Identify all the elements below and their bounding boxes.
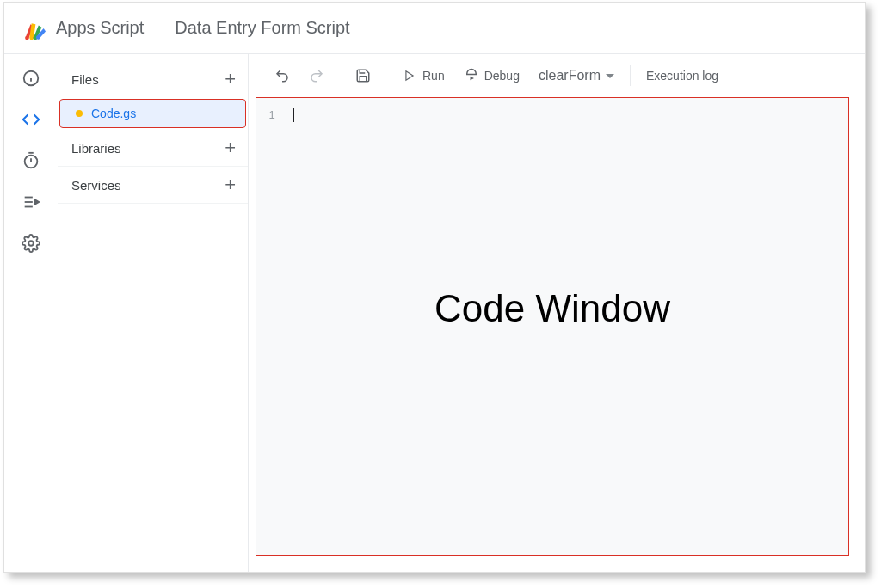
- svg-marker-13: [35, 199, 40, 205]
- triggers-icon[interactable]: [21, 150, 41, 171]
- libraries-section[interactable]: Libraries +: [58, 130, 248, 167]
- execution-log-label: Execution log: [646, 69, 718, 83]
- svg-point-14: [28, 241, 34, 246]
- function-name: clearForm: [539, 68, 601, 83]
- app-header: Apps Script Data Entry Form Script: [4, 3, 865, 54]
- debug-button[interactable]: Debug: [455, 63, 528, 89]
- content-area: Run Debug clearForm Execution log: [249, 54, 865, 572]
- editor-toolbar: Run Debug clearForm Execution log: [249, 54, 865, 97]
- annotation-overlay: Code Window: [434, 287, 670, 330]
- chevron-down-icon: [606, 74, 614, 78]
- add-file-icon[interactable]: +: [225, 70, 236, 89]
- app-name: Apps Script: [56, 18, 144, 38]
- redo-button[interactable]: [300, 63, 333, 89]
- run-label: Run: [422, 69, 445, 83]
- line-gutter: 1: [256, 98, 287, 555]
- save-icon: [355, 68, 371, 83]
- run-button[interactable]: Run: [393, 63, 453, 89]
- left-rail: [4, 54, 58, 572]
- debug-icon: [464, 68, 479, 83]
- project-title[interactable]: Data Entry Form Script: [175, 18, 349, 38]
- execution-log-button[interactable]: Execution log: [638, 64, 727, 88]
- executions-icon[interactable]: [21, 192, 41, 212]
- add-service-icon[interactable]: +: [225, 175, 236, 194]
- svg-point-0: [25, 35, 29, 40]
- svg-point-3: [36, 35, 40, 40]
- overview-icon[interactable]: [21, 68, 41, 89]
- line-number: 1: [256, 108, 287, 121]
- function-selector[interactable]: clearForm: [530, 63, 623, 89]
- services-section[interactable]: Services +: [58, 167, 248, 204]
- undo-button[interactable]: [266, 63, 299, 89]
- toolbar-divider: [630, 65, 631, 86]
- main-area: Files + Code.gs Libraries + Services +: [4, 54, 865, 572]
- file-sidebar: Files + Code.gs Libraries + Services +: [58, 54, 249, 572]
- undo-icon: [274, 68, 290, 83]
- file-item-code-gs[interactable]: Code.gs: [59, 99, 246, 128]
- files-label: Files: [71, 72, 99, 87]
- play-icon: [402, 68, 417, 83]
- editor-icon[interactable]: [21, 109, 41, 130]
- app-window: Apps Script Data Entry Form Script Fi: [3, 2, 866, 573]
- file-name: Code.gs: [91, 107, 136, 120]
- save-button[interactable]: [347, 63, 379, 89]
- redo-icon: [309, 68, 324, 83]
- code-editor[interactable]: 1 Code Window: [256, 97, 849, 556]
- svg-marker-15: [406, 71, 413, 81]
- add-library-icon[interactable]: +: [225, 138, 236, 157]
- files-section-header: Files +: [58, 61, 248, 97]
- services-label: Services: [71, 178, 121, 193]
- text-cursor-icon: [293, 108, 294, 122]
- debug-label: Debug: [484, 69, 520, 83]
- svg-point-1: [29, 35, 34, 40]
- svg-marker-16: [470, 77, 474, 81]
- libraries-label: Libraries: [71, 141, 121, 156]
- logo-cluster[interactable]: Apps Script: [22, 16, 144, 40]
- apps-script-logo-icon: [22, 16, 46, 40]
- unsaved-dot-icon: [76, 110, 83, 117]
- settings-gear-icon[interactable]: [21, 233, 41, 254]
